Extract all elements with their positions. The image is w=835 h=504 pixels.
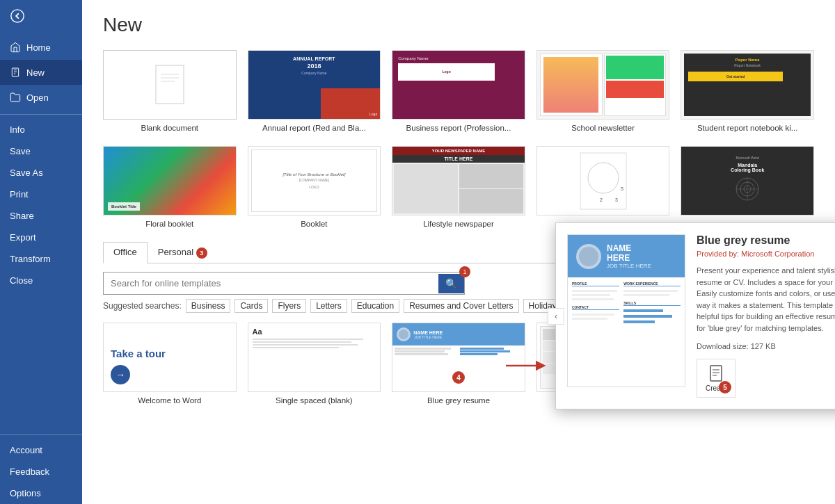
template-card-annual[interactable]: ANNUAL REPORT 2018 Company Name Logo Ann… [248, 50, 381, 132]
template-thumb-booklet: [Title of Your Brochure or Booklet] [COM… [248, 146, 381, 216]
preview-body: NAMEHERE JOB TITLE HERE PROFILE CONTACT [556, 223, 835, 409]
sidebar-menu-info[interactable]: Info [0, 119, 82, 140]
svg-text:2: 2 [600, 197, 603, 202]
template-thumb-floral: Booklet Title [103, 146, 237, 216]
resume-card-badge: 4 [452, 371, 465, 384]
sidebar-item-home[interactable]: Home [0, 35, 82, 60]
template-card-tour[interactable]: Take a tour → Welcome to Word [103, 323, 237, 405]
suggested-business[interactable]: Business [186, 299, 231, 313]
template-label-business: Business report (Profession... [392, 124, 525, 132]
suggested-letters[interactable]: Letters [310, 299, 347, 313]
template-label-school: School newsletter [536, 124, 670, 132]
sidebar-menu-share[interactable]: Share [0, 205, 82, 227]
preview-image: NAMEHERE JOB TITLE HERE PROFILE CONTACT [567, 234, 685, 387]
svg-rect-1 [12, 68, 18, 76]
sidebar-menu-export[interactable]: Export [0, 227, 82, 248]
template-label-booklet: Booklet [248, 220, 381, 228]
template-thumb-mandala: Microsoft Word MandalaColoring Book [681, 146, 814, 216]
suggested-resumes[interactable]: Resumes and Cover Letters [404, 299, 518, 313]
sidebar-menu-account[interactable]: Account [0, 439, 82, 461]
sidebar-item-new[interactable]: New [0, 60, 82, 85]
template-thumb-student: Paper Name Report Notebook Get started [681, 50, 814, 120]
tab-office[interactable]: Office [103, 242, 148, 263]
template-card-resume[interactable]: NAME HERE JOB TITLE HERE [392, 323, 525, 405]
preview-create-button[interactable]: Create [697, 359, 735, 398]
template-card-single[interactable]: Aa Single spaced (blank) [248, 323, 381, 405]
sidebar: Home New Open Info Save Save As Print Sh… [0, 0, 82, 504]
template-card-floral[interactable]: Booklet Title Floral booklet [103, 146, 237, 228]
search-badge-1: 1 [459, 266, 470, 277]
template-label-lifestyle: Lifestyle newspaper [392, 220, 525, 228]
template-card-mandala[interactable]: Microsoft Word MandalaColoring Book [681, 146, 814, 228]
main-content: New Blank document ANNUAL REPORT 2018 Co… [82, 0, 835, 504]
sidebar-menu-feedback[interactable]: Feedback [0, 461, 82, 482]
suggested-flyers[interactable]: Flyers [272, 299, 306, 313]
tab-personal-badge: 3 [196, 247, 207, 259]
template-label-annual: Annual report (Red and Bla... [248, 124, 381, 132]
template-card-booklet[interactable]: [Title of Your Brochure or Booklet] [COM… [248, 146, 381, 228]
template-card-business[interactable]: Company Name Logo Business report (Profe… [392, 50, 525, 132]
template-thumb-single: Aa [248, 323, 381, 392]
template-thumb-business: Company Name Logo [392, 50, 525, 120]
preview-title: Blue grey resume [697, 234, 835, 247]
sidebar-menu-print[interactable]: Print [0, 184, 82, 205]
sidebar-menu-transform[interactable]: Transform [0, 248, 82, 270]
sidebar-item-open[interactable]: Open [0, 85, 82, 110]
preview-download: Download size: 127 KB [697, 342, 835, 350]
template-label-resume: Blue grey resume [392, 396, 525, 405]
sidebar-menu-options[interactable]: Options [0, 482, 82, 504]
template-thumb-circle: 2 3 5 [536, 146, 670, 216]
template-card-school[interactable]: School newsletter [536, 50, 670, 132]
suggested-cards[interactable]: Cards [234, 299, 268, 313]
template-thumb-annual: ANNUAL REPORT 2018 Company Name Logo [248, 50, 381, 120]
svg-point-0 [11, 10, 24, 22]
search-button[interactable]: 🔍 [438, 274, 464, 293]
create-button-badge: 5 [719, 381, 731, 393]
preview-nav-left[interactable]: ‹ [548, 308, 564, 325]
suggested-label: Suggested searches: [103, 301, 182, 311]
page-title: New [103, 14, 814, 36]
search-input[interactable] [104, 273, 438, 294]
sidebar-menu-save-as[interactable]: Save As [0, 162, 82, 184]
template-thumb-tour: Take a tour → [103, 323, 237, 392]
template-label-student: Student report notebook ki... [681, 124, 814, 132]
template-label-tour: Welcome to Word [103, 396, 237, 405]
preview-desc: Present your experience and talent styli… [697, 265, 835, 334]
svg-rect-25 [710, 366, 722, 381]
template-thumb-blank [103, 50, 237, 120]
search-bar: 🔍 [103, 272, 465, 295]
tab-personal[interactable]: Personal 3 [148, 242, 218, 263]
back-button[interactable] [0, 0, 82, 35]
preview-info: Blue grey resume Provided by: Microsoft … [697, 234, 835, 398]
sidebar-menu-save[interactable]: Save [0, 140, 82, 162]
tour-text: Take a tour [111, 348, 166, 359]
template-label-blank: Blank document [103, 124, 237, 132]
svg-text:3: 3 [615, 197, 618, 202]
suggested-education[interactable]: Education [351, 299, 399, 313]
sidebar-menu-close[interactable]: Close [0, 270, 82, 291]
template-grid-row1: Blank document ANNUAL REPORT 2018 Compan… [103, 50, 814, 132]
tour-arrow-icon: → [111, 365, 130, 384]
preview-overlay: ✕ ‹ › NAMEHERE JOB TITLE HERE [555, 222, 835, 409]
preview-provider: Provided by: Microsoft Corporation [697, 250, 835, 258]
template-grid-row2: Booklet Title Floral booklet [Title of Y… [103, 146, 814, 228]
template-thumb-lifestyle: YOUR NEWSPAPER NAME TITLE HERE [392, 146, 525, 216]
template-card-lifestyle[interactable]: YOUR NEWSPAPER NAME TITLE HERE Lifestyle… [392, 146, 525, 228]
sidebar-bottom: Account Feedback Options [0, 434, 82, 504]
svg-rect-9 [580, 153, 626, 209]
template-thumb-school [536, 50, 670, 120]
template-card-circle[interactable]: 2 3 5 [536, 146, 670, 228]
template-card-student[interactable]: Paper Name Report Notebook Get started S… [681, 50, 814, 132]
sidebar-divider-1 [0, 114, 82, 115]
template-card-blank[interactable]: Blank document [103, 50, 237, 132]
template-label-floral: Floral booklet [103, 220, 237, 228]
svg-text:5: 5 [621, 186, 623, 191]
template-label-single: Single spaced (blank) [248, 396, 381, 405]
svg-rect-5 [156, 65, 184, 104]
